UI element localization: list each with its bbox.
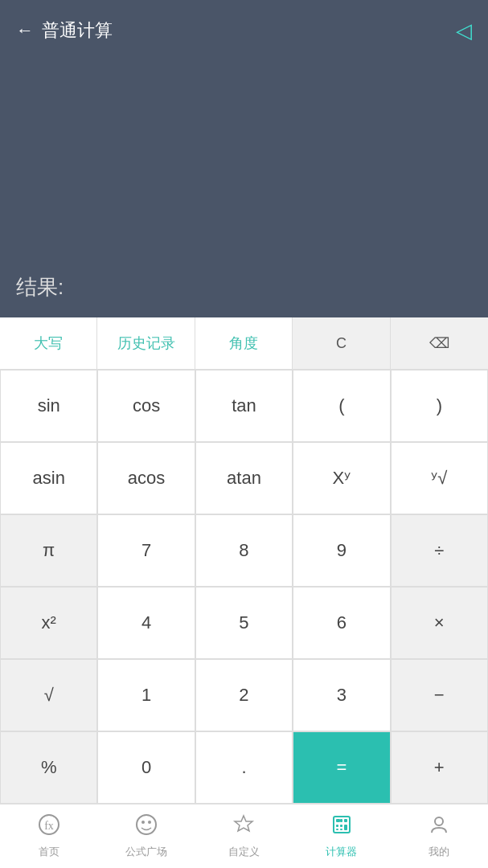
top-row: 大写 历史记录 角度 C ⌫ — [0, 317, 488, 370]
lparen-button[interactable]: ( — [293, 370, 390, 442]
svg-rect-9 — [340, 825, 342, 827]
home-nav-label: 首页 — [39, 845, 59, 859]
dot-button[interactable]: . — [195, 731, 293, 804]
custom-nav-label: 自定义 — [228, 845, 260, 859]
8-button[interactable]: 8 — [195, 514, 293, 587]
rparen-button[interactable]: ) — [391, 370, 488, 442]
nav-item-calculator[interactable]: 计算器 — [293, 805, 390, 868]
percent-button[interactable]: % — [0, 731, 97, 804]
xpow-button[interactable]: Xʸ — [293, 442, 390, 514]
nav-item-formula[interactable]: 公式广场 — [97, 805, 195, 868]
header: ← 普通计算 ◁ — [0, 0, 488, 56]
svg-rect-8 — [336, 825, 338, 827]
acos-button[interactable]: acos — [97, 442, 195, 514]
x2-button[interactable]: x² — [0, 587, 97, 659]
angle-button[interactable]: 角度 — [195, 317, 293, 369]
sin-button[interactable]: sin — [0, 370, 97, 442]
result-label: 结果: — [16, 273, 472, 301]
backspace-icon: ⌫ — [429, 334, 449, 352]
equals-button[interactable]: = — [293, 731, 390, 804]
nav-item-home[interactable]: fx首页 — [0, 805, 97, 868]
sqrt-button[interactable]: √ — [0, 659, 97, 731]
asin-button[interactable]: asin — [0, 442, 97, 514]
header-left: ← 普通计算 — [16, 18, 113, 43]
3-button[interactable]: 3 — [293, 659, 390, 731]
6-button[interactable]: 6 — [293, 587, 390, 659]
svg-rect-11 — [344, 819, 347, 822]
2-button[interactable]: 2 — [195, 659, 293, 731]
sub-button[interactable]: − — [391, 659, 488, 731]
calculator-body: 大写 历史记录 角度 C ⌫ sincostan()asinacosatanXʸ… — [0, 317, 488, 804]
backspace-button[interactable]: ⌫ — [391, 317, 488, 369]
svg-rect-7 — [336, 819, 340, 822]
volume-icon[interactable]: ◁ — [456, 18, 472, 43]
pi-button[interactable]: π — [0, 514, 97, 587]
div-button[interactable]: ÷ — [391, 514, 488, 587]
formula-nav-label: 公式广场 — [125, 845, 167, 859]
svg-rect-10 — [340, 819, 342, 822]
profile-nav-icon — [428, 813, 450, 841]
bottom-nav: fx首页公式广场自定义计算器我的 — [0, 804, 488, 868]
calculator-nav-icon — [330, 813, 353, 841]
svg-point-15 — [435, 817, 443, 825]
svg-point-3 — [141, 821, 145, 824]
svg-point-2 — [137, 815, 156, 834]
svg-text:fx: fx — [44, 820, 54, 832]
capitalize-button[interactable]: 大写 — [0, 317, 97, 369]
mul-button[interactable]: × — [391, 587, 488, 659]
custom-nav-icon — [232, 813, 255, 841]
7-button[interactable]: 7 — [97, 514, 195, 587]
1-button[interactable]: 1 — [97, 659, 195, 731]
root_x-button[interactable]: ʸ√ — [391, 442, 488, 514]
svg-rect-13 — [336, 829, 338, 830]
0-button[interactable]: 0 — [97, 731, 195, 804]
profile-nav-label: 我的 — [429, 845, 449, 859]
home-nav-icon: fx — [38, 813, 60, 841]
add-button[interactable]: + — [391, 731, 488, 804]
clear-button[interactable]: C — [293, 317, 390, 369]
calculator-nav-label: 计算器 — [326, 845, 357, 859]
page-title: 普通计算 — [42, 18, 113, 43]
button-grid: sincostan()asinacosatanXʸʸ√π789÷x²456×√1… — [0, 370, 488, 804]
svg-marker-5 — [235, 816, 252, 831]
5-button[interactable]: 5 — [195, 587, 293, 659]
nav-item-profile[interactable]: 我的 — [391, 805, 488, 868]
svg-rect-12 — [344, 825, 347, 830]
history-button[interactable]: 历史记录 — [97, 317, 195, 369]
tan-button[interactable]: tan — [195, 370, 293, 442]
display-area: 结果: — [0, 56, 488, 317]
9-button[interactable]: 9 — [293, 514, 390, 587]
svg-rect-14 — [340, 829, 342, 830]
4-button[interactable]: 4 — [97, 587, 195, 659]
svg-point-4 — [148, 821, 151, 824]
nav-item-custom[interactable]: 自定义 — [195, 805, 293, 868]
back-icon[interactable]: ← — [16, 20, 34, 41]
cos-button[interactable]: cos — [97, 370, 195, 442]
formula-nav-icon — [135, 813, 158, 841]
atan-button[interactable]: atan — [195, 442, 293, 514]
